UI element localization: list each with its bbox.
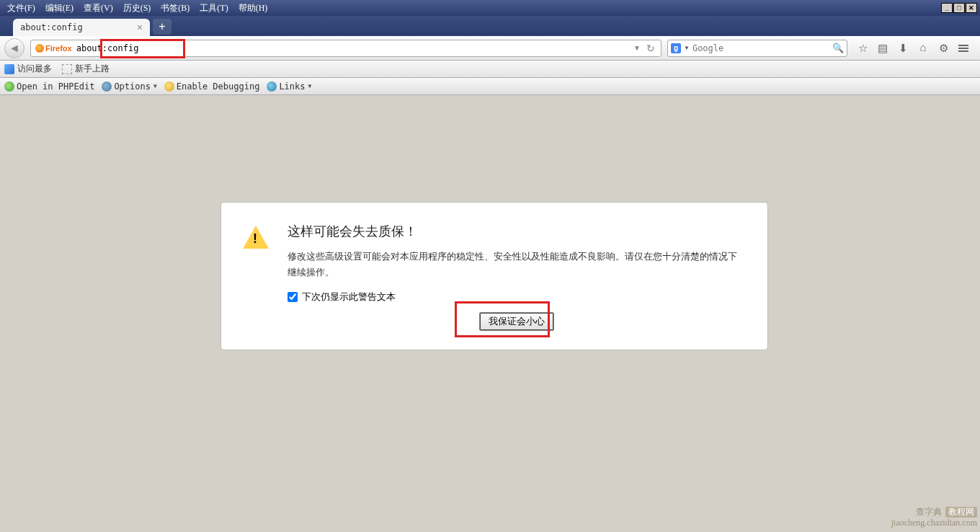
- menubar: 文件(F) 编辑(E) 查看(V) 历史(S) 书签(B) 工具(T) 帮助(H…: [0, 0, 980, 16]
- url-input[interactable]: [76, 43, 631, 53]
- menu-bookmarks[interactable]: 书签(B): [156, 1, 194, 16]
- addon-debug[interactable]: Enable Debugging: [164, 81, 260, 92]
- debug-icon: [164, 81, 174, 92]
- menu-help[interactable]: 帮助(H): [234, 1, 272, 16]
- maximize-button[interactable]: □: [953, 3, 965, 13]
- firefox-icon: [35, 44, 44, 53]
- back-button[interactable]: ◄: [4, 38, 24, 58]
- search-engine-dropdown-icon[interactable]: ▼: [684, 45, 690, 51]
- menu-hamburger-icon[interactable]: [957, 42, 970, 55]
- menu-edit[interactable]: 编辑(E): [41, 1, 78, 16]
- new-tab-button[interactable]: +: [153, 19, 172, 35]
- globe-icon: [267, 81, 277, 92]
- watermark: 查字典 教程网 jiaocheng.chazidian.com: [891, 507, 977, 529]
- warning-checkbox[interactable]: [288, 292, 298, 302]
- home-icon[interactable]: ⌂: [917, 42, 930, 55]
- addon-phpedit[interactable]: Open in PHPEdit: [4, 81, 94, 92]
- warning-checkbox-row[interactable]: 下次仍显示此警告文本: [288, 291, 746, 303]
- url-bar[interactable]: Firefox ▼ ↻: [30, 40, 662, 57]
- tab-bar: about:config × +: [0, 16, 980, 36]
- chevron-down-icon: ▼: [153, 83, 157, 89]
- reload-icon[interactable]: ↻: [643, 43, 658, 54]
- addon-links[interactable]: Links▼: [267, 81, 311, 92]
- nav-bar: ◄ Firefox ▼ ↻ g ▼ 🔍 ☆ ▤ ⬇ ⌂ ⚙: [0, 36, 980, 61]
- warning-triangle-icon: [243, 226, 269, 249]
- chevron-down-icon: ▼: [308, 83, 312, 89]
- accept-risk-button[interactable]: 我保证会小心: [479, 312, 554, 331]
- identity-chip[interactable]: Firefox: [34, 44, 74, 53]
- search-icon[interactable]: 🔍: [832, 43, 844, 54]
- content-area: 这样可能会失去质保！ 修改这些高级设置可能会对本应用程序的稳定性、安全性以及性能…: [0, 95, 980, 532]
- warning-text: 修改这些高级设置可能会对本应用程序的稳定性、安全性以及性能造成不良影响。请仅在您…: [288, 249, 746, 280]
- minimize-button[interactable]: _: [941, 3, 953, 13]
- google-icon[interactable]: g: [671, 43, 681, 53]
- bookmark-gettingstarted[interactable]: 新手上路: [62, 63, 110, 75]
- tab-title: about:config: [20, 22, 83, 32]
- menu-tools[interactable]: 工具(T): [195, 1, 232, 16]
- bookmarks-toolbar: 访问最多 新手上路: [0, 61, 980, 78]
- menu-history[interactable]: 历史(S): [119, 1, 156, 16]
- phpedit-icon: [4, 81, 14, 92]
- bookmark-mostvisited[interactable]: 访问最多: [4, 63, 52, 75]
- search-input[interactable]: [692, 43, 829, 53]
- addon-options[interactable]: Options▼: [102, 81, 156, 92]
- addon-toolbar: Open in PHPEdit Options▼ Enable Debuggin…: [0, 78, 980, 95]
- bookmark-star-icon[interactable]: ☆: [856, 42, 869, 55]
- tab-close-icon[interactable]: ×: [137, 22, 143, 33]
- close-window-button[interactable]: ✕: [966, 3, 977, 13]
- mostvisited-icon: [4, 64, 14, 74]
- menu-view[interactable]: 查看(V): [79, 1, 117, 16]
- warning-checkbox-label: 下次仍显示此警告文本: [302, 291, 396, 303]
- tab-active[interactable]: about:config ×: [13, 19, 150, 36]
- reading-list-icon[interactable]: ▤: [876, 42, 889, 55]
- dev-icon[interactable]: ⚙: [937, 42, 950, 55]
- search-bar[interactable]: g ▼ 🔍: [667, 40, 847, 57]
- downloads-icon[interactable]: ⬇: [896, 42, 909, 55]
- url-dropdown-icon[interactable]: ▼: [631, 44, 643, 52]
- menu-file[interactable]: 文件(F): [3, 1, 40, 16]
- gettingstarted-icon: [62, 64, 72, 74]
- warning-panel: 这样可能会失去质保！ 修改这些高级设置可能会对本应用程序的稳定性、安全性以及性能…: [220, 202, 768, 350]
- gear-icon: [102, 81, 112, 92]
- warning-title: 这样可能会失去质保！: [288, 223, 746, 240]
